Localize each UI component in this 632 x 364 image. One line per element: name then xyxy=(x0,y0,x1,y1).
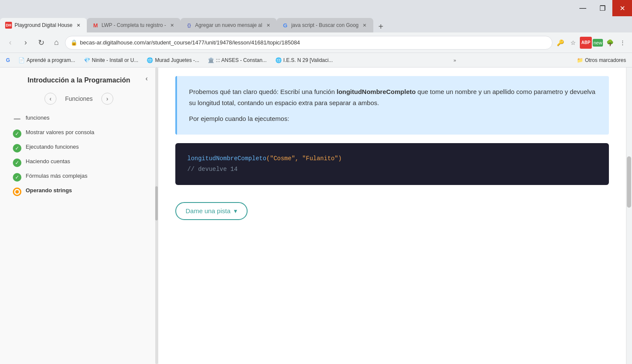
info-paragraph-2: Por ejemplo cuando la ejecutemos: xyxy=(189,113,597,124)
sidebar-nav: ‹ Funciones › xyxy=(0,89,158,108)
tab-close-1[interactable]: ✕ xyxy=(75,22,82,29)
content-area: ‹ Introducción a la Programación ‹ Funci… xyxy=(0,68,632,364)
home-button[interactable]: ⌂ xyxy=(50,36,63,50)
orange-circle-icon xyxy=(13,188,21,196)
bookmark-icon-4: 🏛️ xyxy=(208,57,214,63)
tab-label-2: LWP - Completa tu registro - xyxy=(101,22,166,28)
abp-icon[interactable]: ABP xyxy=(580,37,592,49)
sidebar-scrollbar[interactable] xyxy=(155,68,158,364)
sidebar-item-operando[interactable]: Operando strings xyxy=(0,184,158,199)
info-paragraph-1: Probemos qué tan claro quedó: Escribí un… xyxy=(189,86,597,108)
bookmark-aprende[interactable]: 📄 Aprendé a program... xyxy=(16,56,77,65)
code-function-name: longitudNombreCompleto xyxy=(187,155,266,162)
window-controls: — ❐ ✕ xyxy=(573,0,632,16)
sidebar-item-label-ejecutando: Ejecutando funciones xyxy=(26,143,79,151)
tab-label-4: java script - Buscar con Goog xyxy=(291,22,358,28)
sidebar-item-label-mostrar: Mostrar valores por consola xyxy=(26,129,94,136)
sidebar-prev-button[interactable]: ‹ xyxy=(44,93,56,105)
code-line-1: longitudNombreCompleto("Cosme", "Fulanit… xyxy=(187,153,597,164)
bookmark-ninite[interactable]: 💎 Ninite - Install or U... xyxy=(81,56,141,65)
bookmark-ies[interactable]: 🌐 I.E.S. N 29 [Validaci... xyxy=(273,56,336,65)
sidebar-next-button[interactable]: › xyxy=(101,93,113,105)
menu-button[interactable]: ⋮ xyxy=(617,37,629,49)
check-icon-haciendo: ✓ xyxy=(13,159,21,167)
address-bar[interactable]: 🔒 becas-ar.digitalhouse.com/ar/student_c… xyxy=(65,36,552,50)
function-name-bold: longitudNombreCompleto xyxy=(337,88,416,95)
close-button[interactable]: ✕ xyxy=(612,0,632,16)
bookmarks-more-button[interactable]: » xyxy=(452,57,458,64)
back-button[interactable]: ‹ xyxy=(3,36,17,50)
bookmarks-folder-label: Otros marcadores xyxy=(585,57,626,63)
bookmark-label-5: I.E.S. N 29 [Validaci... xyxy=(284,57,333,63)
tab-favicon-3: {} xyxy=(186,22,192,29)
check-icon-mostrar: ✓ xyxy=(13,129,21,138)
tab-close-3[interactable]: ✕ xyxy=(265,22,272,29)
code-line-2: // devuelve 14 xyxy=(187,164,597,175)
dash-icon xyxy=(13,115,21,123)
main-panel: Probemos qué tan claro quedó: Escribí un… xyxy=(158,68,626,364)
code-comment: // devuelve 14 xyxy=(187,166,238,173)
hint-button[interactable]: Dame una pista ▾ xyxy=(175,202,248,220)
sidebar-title: Introducción a la Programación xyxy=(7,76,151,85)
bookmark-icon-5: 🌐 xyxy=(275,57,282,63)
tab-favicon-4: G xyxy=(282,22,289,29)
sidebar-item-formulas[interactable]: ✓ Fórmulas más complejas xyxy=(0,170,158,184)
info-box: Probemos qué tan claro quedó: Escribí un… xyxy=(175,76,609,135)
bookmark-label-3: Murad Juguetes -... xyxy=(155,57,199,63)
tab-lwp[interactable]: M LWP - Completa tu registro - ✕ xyxy=(87,18,180,32)
key-icon[interactable]: 🔑 xyxy=(554,37,566,49)
sidebar-item-funciones[interactable]: funciones xyxy=(0,112,158,126)
forward-button[interactable]: › xyxy=(19,36,32,50)
tab-playground[interactable]: DH Playground Digital House ✕ xyxy=(0,18,87,32)
bookmark-anses[interactable]: 🏛️ ::: ANSES - Constan... xyxy=(205,56,269,65)
extension-icon[interactable]: new xyxy=(593,39,603,47)
tab-close-2[interactable]: ✕ xyxy=(168,22,175,29)
sidebar-items-list: funciones ✓ Mostrar valores por consola … xyxy=(0,108,158,364)
check-icon-formulas: ✓ xyxy=(13,173,21,182)
tab-label-3: Agregar un nuevo mensaje al xyxy=(195,22,262,28)
new-tab-button[interactable]: + xyxy=(375,21,387,32)
folder-icon: 📁 xyxy=(577,57,583,63)
refresh-button[interactable]: ↻ xyxy=(34,36,48,50)
content-scroll: Probemos qué tan claro quedó: Escribí un… xyxy=(158,68,626,229)
sidebar-scrollbar-thumb xyxy=(155,186,158,220)
title-bar: — ❐ ✕ xyxy=(0,0,632,16)
bookmark-label-2: Ninite - Install or U... xyxy=(92,57,139,63)
sidebar-item-mostrar[interactable]: ✓ Mostrar valores por consola xyxy=(0,126,158,141)
sidebar-section-title: Funciones xyxy=(65,95,93,102)
toolbar: ‹ › ↻ ⌂ 🔒 becas-ar.digitalhouse.com/ar/s… xyxy=(0,32,632,53)
sidebar-item-ejecutando[interactable]: ✓ Ejecutando funciones xyxy=(0,141,158,155)
hint-button-label: Dame una pista xyxy=(186,207,230,214)
bookmark-label-1: Aprendé a program... xyxy=(27,57,75,63)
sidebar-item-label-haciendo: Haciendo cuentas xyxy=(26,158,70,165)
star-icon[interactable]: ☆ xyxy=(567,37,579,49)
tree-icon[interactable]: 🌳 xyxy=(604,37,616,49)
tab-message[interactable]: {} Agregar un nuevo mensaje al ✕ xyxy=(180,18,277,32)
bookmark-murad[interactable]: 🌐 Murad Juguetes -... xyxy=(144,56,201,65)
sidebar: ‹ Introducción a la Programación ‹ Funci… xyxy=(0,68,158,364)
right-scrollbar-thumb xyxy=(627,156,631,208)
tab-close-4[interactable]: ✕ xyxy=(361,22,368,29)
sidebar-item-label-operando: Operando strings xyxy=(26,187,72,194)
lock-icon: 🔒 xyxy=(71,39,77,46)
tab-bar: DH Playground Digital House ✕ M LWP - Co… xyxy=(0,16,632,32)
google-icon: G xyxy=(6,57,10,63)
bookmark-icon-2: 💎 xyxy=(84,57,90,63)
bookmark-icon-1: 📄 xyxy=(18,57,25,63)
maximize-button[interactable]: ❐ xyxy=(593,0,612,16)
chevron-down-icon: ▾ xyxy=(234,207,237,215)
bookmarks-folder[interactable]: 📁 Otros marcadores xyxy=(574,56,629,65)
minimize-button[interactable]: — xyxy=(573,0,593,16)
info-text-prefix: Probemos qué tan claro quedó: Escribí un… xyxy=(189,88,337,95)
sidebar-collapse-button[interactable]: ‹ xyxy=(141,73,153,85)
bookmark-google[interactable]: G xyxy=(3,56,12,65)
tab-google[interactable]: G java script - Buscar con Goog ✕ xyxy=(277,18,373,32)
sidebar-item-haciendo[interactable]: ✓ Haciendo cuentas xyxy=(0,155,158,170)
sidebar-item-label-formulas: Fórmulas más complejas xyxy=(26,172,88,180)
bookmark-label-4: ::: ANSES - Constan... xyxy=(216,57,267,63)
bookmark-icon-3: 🌐 xyxy=(147,57,153,63)
code-arguments: ("Cosme", "Fulanito") xyxy=(266,155,342,162)
code-block: longitudNombreCompleto("Cosme", "Fulanit… xyxy=(175,143,609,185)
toolbar-icons: 🔑 ☆ ABP new 🌳 ⋮ xyxy=(554,37,629,49)
right-scrollbar[interactable] xyxy=(626,68,632,364)
